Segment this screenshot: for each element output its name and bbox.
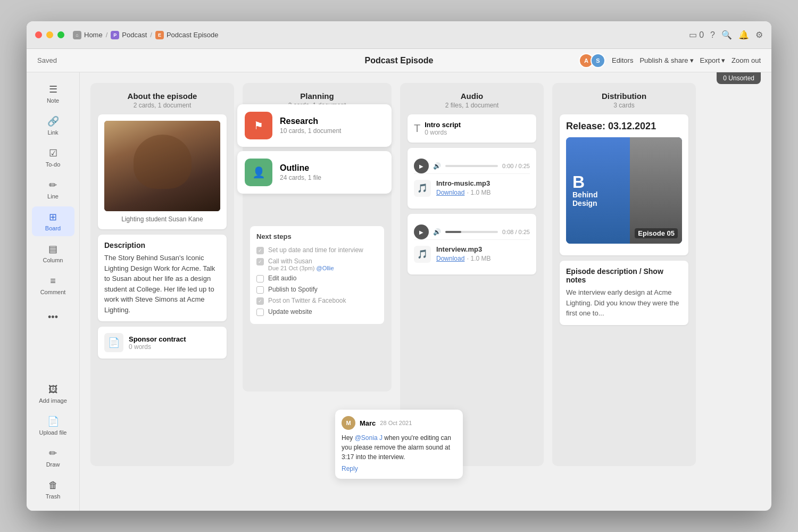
outline-info: Outline 24 cards, 1 file [280, 163, 321, 181]
research-card[interactable]: ⚑ Research 10 cards, 1 document [237, 104, 392, 147]
release-card: Release: 03.12.2021 B Behind Design Epis… [560, 114, 688, 255]
floating-cards: ⚑ Research 10 cards, 1 document 👤 Outlin… [237, 104, 392, 194]
doc-words: 0 words [129, 343, 186, 351]
comment-text-before: Hey [342, 434, 355, 442]
intro-script-info: Intro script 0 words [425, 121, 461, 136]
unsorted-badge[interactable]: 0 Unsorted [717, 72, 761, 84]
toolbar-right: A S Editors Publish & share ▾ Export ▾ Z… [579, 53, 761, 68]
sidebar-item-column[interactable]: ▤ Column [32, 238, 74, 268]
intro-script-header: T Intro script 0 words [414, 121, 530, 136]
research-icon: ⚑ [245, 112, 272, 139]
ns-check-6[interactable] [256, 309, 264, 316]
ns-text-6: Update website [268, 308, 312, 315]
maximize-button[interactable] [57, 31, 64, 38]
description-text: The Story Behind Susan's Iconic Lighting… [104, 253, 220, 315]
minimize-button[interactable] [46, 31, 53, 38]
editors-button[interactable]: Editors [612, 56, 633, 64]
music-file-icon-2: 🎵 [414, 246, 431, 263]
outline-subtitle: 24 cards, 1 file [280, 174, 321, 181]
sidebar-item-todo[interactable]: ☑ To-do [32, 143, 74, 172]
ns-item-2: ✓ Call with Susan Due 21 Oct (3pm) @Olli… [256, 256, 378, 273]
col-planning-title: Planning [250, 92, 384, 101]
sidebar-item-add-image[interactable]: 🖼 Add image [32, 379, 74, 409]
col-audio-subtitle: 2 files, 1 document [408, 102, 536, 109]
comment-bubble: M Marc 28 Oct 2021 Hey @Sonia J when you… [335, 410, 463, 479]
progress-bar-2[interactable] [445, 231, 498, 233]
cover-letter: B [572, 173, 585, 190]
audio-player-1-card: ▶ 🔊 0:00 / 0:25 🎵 Intro-music.mp3 Downlo… [408, 148, 536, 209]
settings-icon[interactable]: ⚙ [755, 30, 763, 40]
ns-check-4[interactable] [256, 286, 264, 294]
home-icon: ⌂ [73, 31, 81, 39]
ns-item-1: ✓ Set up date and time for interview [256, 245, 378, 256]
research-subtitle: 10 cards, 1 document [280, 127, 341, 135]
intro-music-download[interactable]: Download [436, 189, 464, 196]
export-button[interactable]: Export ▾ [700, 56, 726, 64]
audio-player-1: ▶ 🔊 0:00 / 0:25 [414, 159, 530, 173]
sidebar-item-more[interactable]: ••• [32, 302, 74, 332]
sidebar-item-upload[interactable]: 📄 Upload file [32, 411, 74, 440]
description-card: Description The Story Behind Susan's Ico… [98, 235, 227, 321]
comment-date: 28 Oct 2021 [380, 420, 412, 426]
comment-avatar: M [342, 416, 355, 430]
bell-icon[interactable]: 🔔 [738, 30, 749, 40]
draw-icon: ✏ [49, 447, 57, 459]
ns-due-2: Due 21 Oct (3pm) @Ollie [268, 265, 334, 271]
saved-label: Saved [37, 56, 57, 64]
intro-music-info: Intro-music.mp3 Download · 1.0 MB [436, 179, 491, 197]
sidebar-item-trash[interactable]: 🗑 Trash [32, 475, 74, 504]
outline-card[interactable]: 👤 Outline 24 cards, 1 file [237, 151, 392, 194]
breadcrumb-episode[interactable]: E Podcast Episode [155, 31, 219, 39]
avatar-2: S [591, 53, 605, 68]
play-button-2[interactable]: ▶ [414, 225, 429, 239]
more-icon: ••• [48, 312, 58, 323]
ns-check-3[interactable] [256, 275, 264, 282]
photo-placeholder [104, 121, 220, 211]
outline-title: Outline [280, 163, 321, 173]
help-icon[interactable]: ? [710, 30, 715, 40]
sidebar-item-comment[interactable]: ≡ Comment [32, 270, 74, 300]
trash-icon: 🗑 [48, 480, 58, 491]
search-icon[interactable]: 🔍 [721, 30, 732, 40]
interview-download[interactable]: Download [436, 255, 464, 262]
traffic-lights [35, 31, 64, 38]
text-icon: T [414, 122, 420, 135]
col-dist-subtitle: 3 cards [560, 102, 688, 109]
column-about: About the episode 2 cards, 1 document Li… [90, 83, 234, 466]
research-info: Research 10 cards, 1 document [280, 117, 341, 135]
progress-fill-2 [445, 231, 461, 233]
comment-reply-button[interactable]: Reply [342, 465, 456, 472]
photo-caption: Lighting student Susan Kane [104, 215, 220, 223]
ns-check-1[interactable]: ✓ [256, 247, 264, 254]
breadcrumb: ⌂ Home / P Podcast / E Podcast Episode [73, 31, 219, 39]
zoom-out-button[interactable]: Zoom out [732, 56, 761, 64]
board-icon: ⊞ [49, 211, 57, 223]
sidebar-item-link[interactable]: 🔗 Link [32, 111, 74, 140]
doc-icon: 📄 [104, 333, 123, 352]
close-button[interactable] [35, 31, 42, 38]
sidebar: ☰ Note 🔗 Link ☑ To-do ✏ Line ⊞ Board ▤ C… [27, 72, 80, 511]
ns-check-2[interactable]: ✓ [256, 258, 264, 265]
cover-right: Episode 05 [630, 137, 682, 244]
line-icon: ✏ [49, 179, 57, 191]
publish-share-button[interactable]: Publish & share ▾ [639, 56, 693, 64]
cover-episode: Episode 05 [635, 228, 678, 238]
breadcrumb-podcast[interactable]: P Podcast [111, 31, 147, 39]
col-dist-title: Distribution [560, 92, 688, 101]
doc-card-sponsor: 📄 Sponsor contract 0 words [98, 327, 227, 359]
time-label-2: 0:08 / 0:25 [502, 229, 530, 235]
ns-check-5[interactable]: ✓ [256, 297, 264, 305]
column-icon: ▤ [48, 243, 57, 255]
progress-bar-1[interactable] [445, 165, 498, 167]
tablet-icon[interactable]: ▭ 0 [689, 30, 704, 40]
podcast-icon: P [111, 31, 119, 39]
breadcrumb-home[interactable]: ⌂ Home [73, 31, 103, 39]
play-button-1[interactable]: ▶ [414, 159, 429, 173]
interview-filename: Interview.mp3 [436, 245, 491, 253]
doc-info: Sponsor contract 0 words [129, 335, 186, 351]
intro-music-size: · 1.0 MB [467, 189, 491, 196]
sidebar-item-draw[interactable]: ✏ Draw [32, 443, 74, 472]
sidebar-item-board[interactable]: ⊞ Board [32, 206, 74, 236]
sidebar-item-line[interactable]: ✏ Line [32, 174, 74, 204]
sidebar-item-note[interactable]: ☰ Note [32, 79, 74, 109]
